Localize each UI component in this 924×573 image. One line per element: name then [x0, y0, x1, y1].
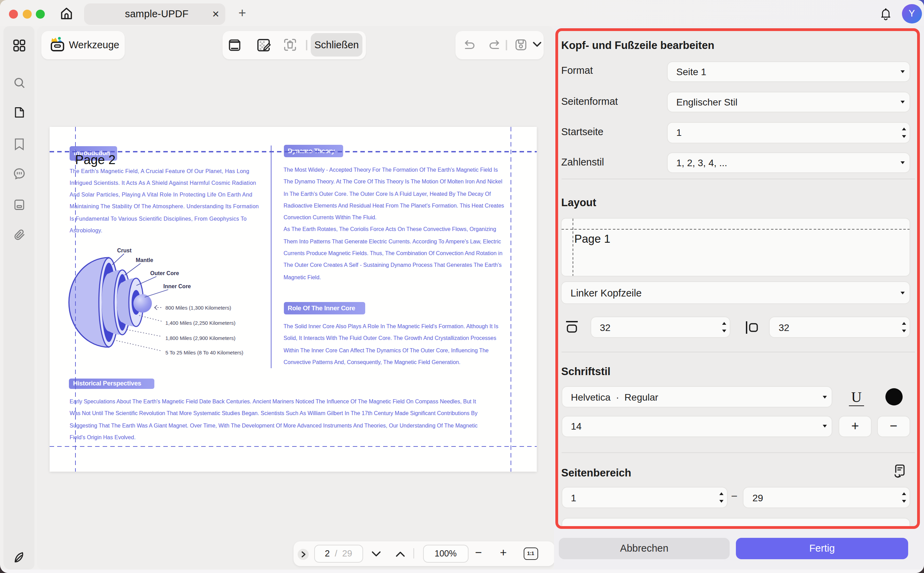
svg-text:5 To 25 Miles (8 To 40 Kilomet: 5 To 25 Miles (8 To 40 Kilometers)	[165, 349, 243, 355]
svg-text:1,400 Miles (2,250 Kilometers): 1,400 Miles (2,250 Kilometers)	[165, 320, 235, 326]
svg-text:Inner Core: Inner Core	[163, 283, 190, 289]
svg-text:800 Miles (1,300 Kilometers): 800 Miles (1,300 Kilometers)	[165, 305, 231, 311]
svg-text:1,800 Miles (2,900 Kilometers): 1,800 Miles (2,900 Kilometers)	[165, 335, 235, 341]
svg-text:Outer Core: Outer Core	[150, 270, 179, 276]
svg-text:Crust: Crust	[117, 247, 131, 254]
svg-text:Mantle: Mantle	[136, 257, 153, 263]
